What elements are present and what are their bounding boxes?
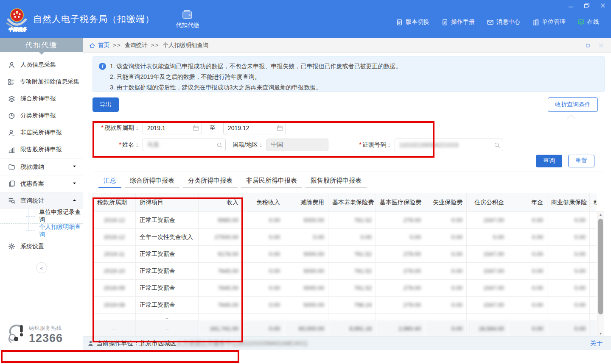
scroll-up-icon[interactable]: ▲ <box>597 212 604 218</box>
chevron-up-icon <box>72 198 77 203</box>
search-list-icon <box>8 197 15 204</box>
sidebar-item-query-statistics[interactable]: 查询统计 <box>0 192 83 209</box>
table-cell: 0.00 <box>425 263 467 280</box>
id-number-input[interactable]: 110102199304221019 <box>395 139 503 151</box>
header-menu-version-switch[interactable]: 版本切换 <box>396 18 429 26</box>
calendar-icon[interactable] <box>193 125 199 131</box>
user-icon <box>87 340 94 347</box>
sidebar-item-system-settings[interactable]: 系统设置 <box>0 238 83 255</box>
table-row[interactable]: 2019-10正常工资薪金7645.000.005000.00761.52279… <box>93 263 597 280</box>
minimize-icon[interactable] <box>567 3 575 9</box>
table-row[interactable]: 2019-08正常工资薪金7645.000.005000.00798.24279… <box>93 297 597 314</box>
table-cell <box>590 229 597 246</box>
restore-icon[interactable] <box>583 3 591 9</box>
header-menu-label: 单位管理 <box>542 18 566 26</box>
tab-comprehensive[interactable]: 综合所得申报表 <box>125 175 179 188</box>
search-icon[interactable] <box>494 142 500 148</box>
tab-summary[interactable]: 汇总 <box>98 175 121 188</box>
sidebar-item-special-deduction[interactable]: 专项附加扣除信息采集 <box>0 73 83 90</box>
tab-nonresident[interactable]: 非居民所得申报表 <box>241 175 302 188</box>
table-cell: 1547.00 <box>467 297 508 314</box>
vertical-scrollbar[interactable]: ▲ ▼ <box>597 211 604 336</box>
table-cell <box>590 246 597 263</box>
table-row[interactable]: 2019-09正常工资薪金7645.000.005000.00761.52279… <box>93 280 597 297</box>
table-cell: 2019-08 <box>93 297 136 314</box>
table-cell: 1547.00 <box>467 263 508 280</box>
sidebar-item-restricted-stock[interactable]: 限售股所得申报 <box>0 141 83 158</box>
table-cell: 0.00 <box>508 246 547 263</box>
table-row[interactable]: 2019-12全年一次性奖金收入27500.000.000.000.000.00… <box>93 229 597 246</box>
table-row[interactable]: 2019-12正常工资薪金9985.000.005000.00761.52279… <box>93 212 597 229</box>
sidebar-item-personnel-info[interactable]: 人员信息采集 <box>0 56 83 73</box>
period-to-input[interactable]: 2019.12 <box>223 122 286 134</box>
table-cell: 798.24 <box>328 297 376 314</box>
sidebar-item-comprehensive-income[interactable]: 综合所得申报 <box>0 90 83 107</box>
name-label: 姓名： <box>122 141 140 148</box>
collapse-conditions-button[interactable]: 收折查询条件 <box>548 97 598 112</box>
table-header-cell: 税款所属期 <box>93 193 136 212</box>
hotline-12366-logo-icon <box>5 324 26 346</box>
sidebar-item-label: 非居民所得申报 <box>20 129 77 136</box>
header-menu-manual[interactable]: 操作手册 <box>441 18 475 26</box>
content: i 1. 该查询统计表仅能查询已申报成功的数据，不包含未申报、申报失败，已申报但… <box>83 53 611 336</box>
sidebar-item-classified-income[interactable]: 分类所得申报 <box>0 107 83 124</box>
calendar-icon[interactable] <box>277 125 283 131</box>
app-header: 中国税务 自然人电子税务局（扣缴端） 代扣代缴 版本切换操作手册消息中心单位管理… <box>0 0 611 38</box>
header-menu-unit-management[interactable]: 单位管理 <box>532 18 566 26</box>
period-from-input[interactable]: 2019.1 <box>143 122 202 134</box>
table-cell: 279.00 <box>376 263 425 280</box>
header-menu-message-center[interactable]: 消息中心 <box>487 18 520 26</box>
search-icon[interactable] <box>216 142 223 148</box>
form-list-icon <box>8 78 15 86</box>
period-to-label: 至 <box>210 124 216 132</box>
tab-restricted[interactable]: 限售股所得申报表 <box>306 175 367 188</box>
close-icon[interactable] <box>599 3 607 9</box>
export-button[interactable]: 导出 <box>92 97 119 112</box>
mail-icon <box>487 19 494 26</box>
sidebar-collapse-button[interactable]: « <box>36 262 47 273</box>
sidebar-item-preferential-filing[interactable]: 优惠备案 <box>0 175 83 192</box>
table-cell: 0.00 <box>547 212 590 229</box>
frame-maximize-icon[interactable] <box>586 43 590 48</box>
table-cell: 5000.00 <box>284 297 328 314</box>
breadcrumb-home-link[interactable]: 首页 <box>98 42 109 49</box>
scroll-down-icon[interactable]: ▼ <box>597 331 604 336</box>
table-cell: 0.00 <box>547 297 590 314</box>
table-cell: 正常工资薪金 <box>136 212 199 229</box>
notice-box: i 1. 该查询统计表仅能查询已申报成功的数据，不包含未申报、申报失败，已申报但… <box>92 56 605 92</box>
tax-emblem-logo: 中国税务 <box>5 6 29 32</box>
sidebar-subitem-unit-declaration-query[interactable]: 单位申报记录查询 <box>0 209 83 223</box>
frame-close-icon[interactable] <box>599 43 603 48</box>
table-cell: 0.00 <box>547 246 590 263</box>
table-cell: 0.00 <box>425 246 467 263</box>
sidebar-subitem-personal-withholding-query[interactable]: 个人扣缴明细查询 <box>0 223 83 238</box>
frame-controls <box>586 43 606 48</box>
table-summary-cell: 8,991.16 <box>328 320 376 336</box>
table-cell: 0.00 <box>547 263 590 280</box>
notice-lines: 1. 该查询统计表仅能查询已申报成功的数据，不包含未申报、申报失败，已申报但已作… <box>110 61 597 93</box>
table-cell: 2019-12 <box>93 212 136 229</box>
table-cell <box>590 297 597 314</box>
reset-button[interactable]: 重置 <box>568 155 594 167</box>
sidebar-item-tax-payment[interactable]: 税款缴纳 <box>0 158 83 175</box>
table-cell: 761.52 <box>328 246 376 263</box>
header-menu-online-status[interactable]: 在线 <box>577 18 599 26</box>
about-link[interactable]: 关于 <box>590 339 603 347</box>
sidebar-item-label: 税款缴纳 <box>20 163 72 171</box>
table-header-cell: 年金 <box>508 193 547 212</box>
header-tab-withholding[interactable]: 代扣代缴 <box>170 7 205 32</box>
query-button[interactable]: 查询 <box>536 155 562 167</box>
header-menu-label: 在线 <box>587 18 599 26</box>
table-cell: 2019-09 <box>93 280 136 297</box>
table-cell: 0.00 <box>425 212 467 229</box>
results-table: 税款所属期所得项目收入免税收入减除费用基本养老保险费基本医疗保险费失业保险费住房… <box>93 193 597 336</box>
main-panel: 首页 >>查询统计>>个人扣缴明细查询 i 1. 该查询统计表仅能查询已申报成功… <box>83 38 611 350</box>
table-cell <box>328 314 376 320</box>
header-menu-label: 操作手册 <box>451 18 475 26</box>
name-input[interactable]: 马某 <box>143 139 226 151</box>
table-summary-cell: 0.00 <box>508 320 547 336</box>
table-row[interactable]: 2019-11正常工资薪金9178.000.005000.00761.52279… <box>93 246 597 263</box>
sidebar-item-nonresident-income[interactable]: 非居民所得申报 <box>0 124 83 141</box>
vertical-scroll-thumb[interactable] <box>598 219 603 314</box>
tab-classified[interactable]: 分类所得申报表 <box>183 175 238 188</box>
